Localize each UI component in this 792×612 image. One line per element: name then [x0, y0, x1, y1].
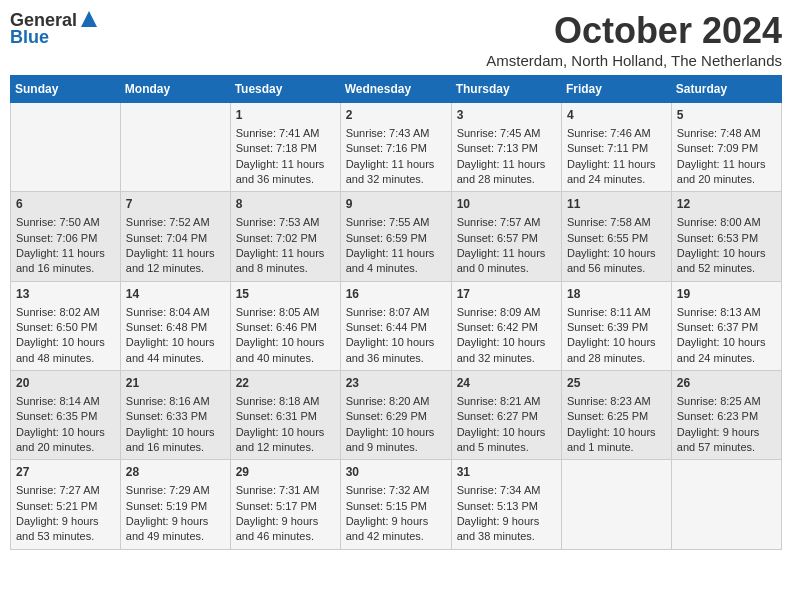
day-number: 18	[567, 286, 666, 303]
table-row: 31Sunrise: 7:34 AMSunset: 5:13 PMDayligh…	[451, 460, 561, 549]
table-row: 14Sunrise: 8:04 AMSunset: 6:48 PMDayligh…	[120, 281, 230, 370]
day-number: 4	[567, 107, 666, 124]
table-row: 25Sunrise: 8:23 AMSunset: 6:25 PMDayligh…	[561, 371, 671, 460]
table-row: 18Sunrise: 8:11 AMSunset: 6:39 PMDayligh…	[561, 281, 671, 370]
table-row	[671, 460, 781, 549]
header-tuesday: Tuesday	[230, 76, 340, 103]
svg-marker-0	[81, 11, 97, 27]
day-number: 6	[16, 196, 115, 213]
day-number: 7	[126, 196, 225, 213]
location: Amsterdam, North Holland, The Netherland…	[486, 52, 782, 69]
table-row: 24Sunrise: 8:21 AMSunset: 6:27 PMDayligh…	[451, 371, 561, 460]
table-row: 30Sunrise: 7:32 AMSunset: 5:15 PMDayligh…	[340, 460, 451, 549]
day-number: 26	[677, 375, 776, 392]
day-number: 27	[16, 464, 115, 481]
calendar-header-row: Sunday Monday Tuesday Wednesday Thursday…	[11, 76, 782, 103]
day-number: 11	[567, 196, 666, 213]
table-row: 13Sunrise: 8:02 AMSunset: 6:50 PMDayligh…	[11, 281, 121, 370]
table-row: 22Sunrise: 8:18 AMSunset: 6:31 PMDayligh…	[230, 371, 340, 460]
table-row	[120, 103, 230, 192]
table-row: 19Sunrise: 8:13 AMSunset: 6:37 PMDayligh…	[671, 281, 781, 370]
day-number: 5	[677, 107, 776, 124]
logo: General Blue	[10, 10, 99, 48]
day-number: 20	[16, 375, 115, 392]
day-number: 13	[16, 286, 115, 303]
day-number: 8	[236, 196, 335, 213]
table-row: 12Sunrise: 8:00 AMSunset: 6:53 PMDayligh…	[671, 192, 781, 281]
day-number: 1	[236, 107, 335, 124]
day-number: 31	[457, 464, 556, 481]
table-row: 4Sunrise: 7:46 AMSunset: 7:11 PMDaylight…	[561, 103, 671, 192]
month-title: October 2024	[486, 10, 782, 52]
table-row: 6Sunrise: 7:50 AMSunset: 7:06 PMDaylight…	[11, 192, 121, 281]
page-header: General Blue October 2024 Amsterdam, Nor…	[10, 10, 782, 69]
header-monday: Monday	[120, 76, 230, 103]
title-area: October 2024 Amsterdam, North Holland, T…	[486, 10, 782, 69]
header-saturday: Saturday	[671, 76, 781, 103]
table-row: 8Sunrise: 7:53 AMSunset: 7:02 PMDaylight…	[230, 192, 340, 281]
day-number: 29	[236, 464, 335, 481]
table-row: 16Sunrise: 8:07 AMSunset: 6:44 PMDayligh…	[340, 281, 451, 370]
table-row: 21Sunrise: 8:16 AMSunset: 6:33 PMDayligh…	[120, 371, 230, 460]
day-number: 3	[457, 107, 556, 124]
day-number: 28	[126, 464, 225, 481]
table-row: 9Sunrise: 7:55 AMSunset: 6:59 PMDaylight…	[340, 192, 451, 281]
day-number: 10	[457, 196, 556, 213]
table-row: 3Sunrise: 7:45 AMSunset: 7:13 PMDaylight…	[451, 103, 561, 192]
day-number: 21	[126, 375, 225, 392]
table-row: 20Sunrise: 8:14 AMSunset: 6:35 PMDayligh…	[11, 371, 121, 460]
table-row: 7Sunrise: 7:52 AMSunset: 7:04 PMDaylight…	[120, 192, 230, 281]
day-number: 30	[346, 464, 446, 481]
day-number: 12	[677, 196, 776, 213]
calendar-table: Sunday Monday Tuesday Wednesday Thursday…	[10, 75, 782, 550]
day-number: 23	[346, 375, 446, 392]
day-number: 19	[677, 286, 776, 303]
day-number: 14	[126, 286, 225, 303]
table-row	[561, 460, 671, 549]
day-number: 25	[567, 375, 666, 392]
header-sunday: Sunday	[11, 76, 121, 103]
table-row: 10Sunrise: 7:57 AMSunset: 6:57 PMDayligh…	[451, 192, 561, 281]
header-wednesday: Wednesday	[340, 76, 451, 103]
table-row: 29Sunrise: 7:31 AMSunset: 5:17 PMDayligh…	[230, 460, 340, 549]
day-number: 16	[346, 286, 446, 303]
table-row: 28Sunrise: 7:29 AMSunset: 5:19 PMDayligh…	[120, 460, 230, 549]
day-number: 15	[236, 286, 335, 303]
header-thursday: Thursday	[451, 76, 561, 103]
table-row	[11, 103, 121, 192]
table-row: 1Sunrise: 7:41 AMSunset: 7:18 PMDaylight…	[230, 103, 340, 192]
day-number: 22	[236, 375, 335, 392]
day-number: 9	[346, 196, 446, 213]
header-friday: Friday	[561, 76, 671, 103]
table-row: 26Sunrise: 8:25 AMSunset: 6:23 PMDayligh…	[671, 371, 781, 460]
table-row: 2Sunrise: 7:43 AMSunset: 7:16 PMDaylight…	[340, 103, 451, 192]
day-number: 24	[457, 375, 556, 392]
logo-icon	[79, 9, 99, 29]
logo-blue-text: Blue	[10, 27, 49, 48]
table-row: 27Sunrise: 7:27 AMSunset: 5:21 PMDayligh…	[11, 460, 121, 549]
table-row: 11Sunrise: 7:58 AMSunset: 6:55 PMDayligh…	[561, 192, 671, 281]
table-row: 23Sunrise: 8:20 AMSunset: 6:29 PMDayligh…	[340, 371, 451, 460]
table-row: 17Sunrise: 8:09 AMSunset: 6:42 PMDayligh…	[451, 281, 561, 370]
day-number: 2	[346, 107, 446, 124]
table-row: 15Sunrise: 8:05 AMSunset: 6:46 PMDayligh…	[230, 281, 340, 370]
day-number: 17	[457, 286, 556, 303]
table-row: 5Sunrise: 7:48 AMSunset: 7:09 PMDaylight…	[671, 103, 781, 192]
